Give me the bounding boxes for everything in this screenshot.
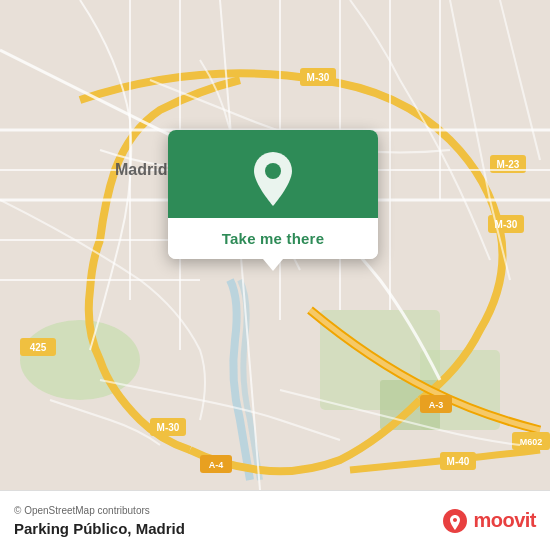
moovit-icon — [441, 507, 469, 535]
location-pin-icon — [247, 150, 299, 202]
moovit-text: moovit — [473, 509, 536, 532]
svg-text:425: 425 — [30, 342, 47, 353]
svg-text:Madrid: Madrid — [115, 161, 167, 178]
svg-point-1 — [20, 320, 140, 400]
popup-card: Take me there — [168, 130, 378, 259]
attribution-text: © OpenStreetMap contributors — [14, 505, 185, 516]
map-container: M-30 M-30 M-23 A-3 M-40 M602 M-30 A-4 42… — [0, 0, 550, 490]
svg-point-36 — [265, 163, 281, 179]
bottom-left-info: © OpenStreetMap contributors Parking Púb… — [14, 505, 185, 537]
location-name: Parking Público, Madrid — [14, 520, 185, 537]
svg-text:M-23: M-23 — [497, 159, 520, 170]
svg-text:A-3: A-3 — [429, 400, 444, 410]
svg-text:M-30: M-30 — [157, 422, 180, 433]
moovit-logo: moovit — [441, 507, 536, 535]
svg-text:A-4: A-4 — [209, 460, 224, 470]
bottom-bar: © OpenStreetMap contributors Parking Púb… — [0, 490, 550, 550]
take-me-there-button[interactable]: Take me there — [168, 218, 378, 259]
svg-text:M-40: M-40 — [447, 456, 470, 467]
svg-text:M602: M602 — [520, 437, 543, 447]
popup-top — [168, 130, 378, 218]
svg-text:M-30: M-30 — [307, 72, 330, 83]
